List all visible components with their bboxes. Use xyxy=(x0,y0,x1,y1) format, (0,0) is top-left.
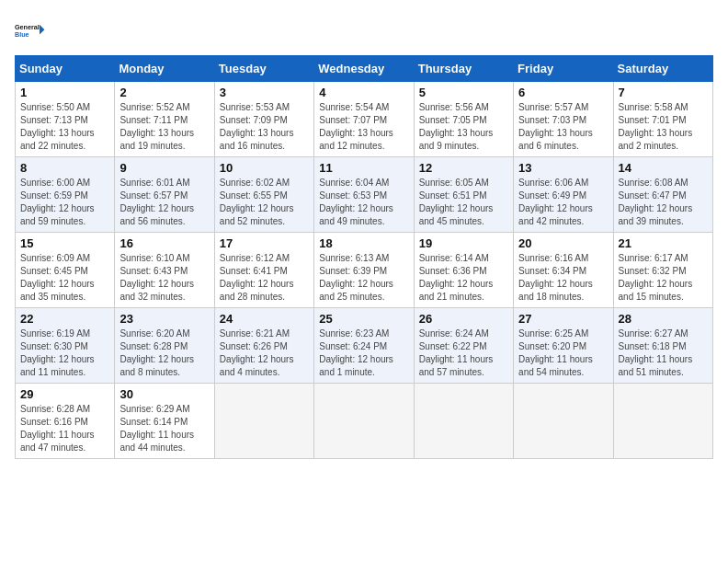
day-number: 20 xyxy=(518,236,608,250)
day-number: 8 xyxy=(20,161,109,175)
cell-info: Sunrise: 5:57 AM Sunset: 7:03 PM Dayligh… xyxy=(518,101,608,153)
cell-info: Sunrise: 6:28 AM Sunset: 6:16 PM Dayligh… xyxy=(20,403,109,454)
calendar-cell: 1Sunrise: 5:50 AM Sunset: 7:13 PM Daylig… xyxy=(16,82,115,157)
day-number: 26 xyxy=(419,312,508,326)
day-number: 6 xyxy=(518,86,608,99)
logo: GeneralBlue xyxy=(15,15,48,48)
day-number: 17 xyxy=(220,236,309,250)
day-number: 7 xyxy=(619,86,708,99)
calendar-week-row: 15Sunrise: 6:09 AM Sunset: 6:45 PM Dayli… xyxy=(16,233,713,308)
calendar-cell: 14Sunrise: 6:08 AM Sunset: 6:47 PM Dayli… xyxy=(613,157,712,233)
calendar-cell: 6Sunrise: 5:57 AM Sunset: 7:03 PM Daylig… xyxy=(514,82,613,157)
calendar-cell: 2Sunrise: 5:52 AM Sunset: 7:11 PM Daylig… xyxy=(115,82,214,157)
day-number: 1 xyxy=(20,86,109,99)
cell-info: Sunrise: 6:20 AM Sunset: 6:28 PM Dayligh… xyxy=(119,327,209,379)
cell-info: Sunrise: 6:05 AM Sunset: 6:51 PM Dayligh… xyxy=(419,177,508,228)
weekday-header: Monday xyxy=(115,56,214,82)
cell-info: Sunrise: 6:10 AM Sunset: 6:43 PM Dayligh… xyxy=(119,252,209,304)
cell-info: Sunrise: 6:14 AM Sunset: 6:36 PM Dayligh… xyxy=(419,252,508,304)
cell-info: Sunrise: 6:00 AM Sunset: 6:59 PM Dayligh… xyxy=(20,177,109,228)
logo-icon: GeneralBlue xyxy=(15,15,48,48)
weekday-header: Friday xyxy=(514,56,613,82)
cell-info: Sunrise: 6:04 AM Sunset: 6:53 PM Dayligh… xyxy=(319,177,408,228)
day-number: 13 xyxy=(518,161,608,175)
calendar-table: SundayMondayTuesdayWednesdayThursdayFrid… xyxy=(15,55,713,459)
cell-info: Sunrise: 5:52 AM Sunset: 7:11 PM Dayligh… xyxy=(119,101,209,153)
cell-info: Sunrise: 5:53 AM Sunset: 7:09 PM Dayligh… xyxy=(220,101,309,153)
day-number: 30 xyxy=(119,387,209,401)
calendar-cell: 30Sunrise: 6:29 AM Sunset: 6:14 PM Dayli… xyxy=(115,384,214,459)
cell-info: Sunrise: 6:23 AM Sunset: 6:24 PM Dayligh… xyxy=(319,327,408,379)
cell-info: Sunrise: 6:12 AM Sunset: 6:41 PM Dayligh… xyxy=(220,252,309,304)
calendar-cell: 9Sunrise: 6:01 AM Sunset: 6:57 PM Daylig… xyxy=(115,157,214,233)
cell-info: Sunrise: 6:21 AM Sunset: 6:26 PM Dayligh… xyxy=(220,327,309,379)
calendar-cell: 25Sunrise: 6:23 AM Sunset: 6:24 PM Dayli… xyxy=(314,308,414,384)
calendar-week-row: 22Sunrise: 6:19 AM Sunset: 6:30 PM Dayli… xyxy=(16,308,713,384)
day-number: 25 xyxy=(319,312,408,326)
calendar-cell xyxy=(214,384,313,459)
calendar-cell: 28Sunrise: 6:27 AM Sunset: 6:18 PM Dayli… xyxy=(613,308,712,384)
calendar-cell: 13Sunrise: 6:06 AM Sunset: 6:49 PM Dayli… xyxy=(514,157,613,233)
cell-info: Sunrise: 6:19 AM Sunset: 6:30 PM Dayligh… xyxy=(20,327,109,379)
day-number: 19 xyxy=(419,236,508,250)
day-number: 14 xyxy=(619,161,708,175)
calendar-week-row: 29Sunrise: 6:28 AM Sunset: 6:16 PM Dayli… xyxy=(16,384,713,459)
day-number: 5 xyxy=(419,86,508,99)
cell-info: Sunrise: 5:58 AM Sunset: 7:01 PM Dayligh… xyxy=(619,101,708,153)
day-number: 12 xyxy=(419,161,508,175)
day-number: 16 xyxy=(119,236,209,250)
cell-info: Sunrise: 5:54 AM Sunset: 7:07 PM Dayligh… xyxy=(319,101,408,153)
calendar-cell: 24Sunrise: 6:21 AM Sunset: 6:26 PM Dayli… xyxy=(214,308,313,384)
weekday-header: Tuesday xyxy=(214,56,313,82)
day-number: 21 xyxy=(619,236,708,250)
cell-info: Sunrise: 6:24 AM Sunset: 6:22 PM Dayligh… xyxy=(419,327,508,379)
cell-info: Sunrise: 6:16 AM Sunset: 6:34 PM Dayligh… xyxy=(518,252,608,304)
svg-text:General: General xyxy=(15,23,40,31)
page-header: GeneralBlue xyxy=(15,15,713,48)
day-number: 9 xyxy=(119,161,209,175)
calendar-cell: 26Sunrise: 6:24 AM Sunset: 6:22 PM Dayli… xyxy=(414,308,513,384)
calendar-cell: 19Sunrise: 6:14 AM Sunset: 6:36 PM Dayli… xyxy=(414,233,513,308)
calendar-cell xyxy=(414,384,513,459)
calendar-week-row: 1Sunrise: 5:50 AM Sunset: 7:13 PM Daylig… xyxy=(16,82,713,157)
calendar-cell: 27Sunrise: 6:25 AM Sunset: 6:20 PM Dayli… xyxy=(514,308,613,384)
day-number: 4 xyxy=(319,86,408,99)
svg-marker-2 xyxy=(40,25,44,35)
calendar-cell: 29Sunrise: 6:28 AM Sunset: 6:16 PM Dayli… xyxy=(16,384,115,459)
day-number: 23 xyxy=(119,312,209,326)
day-number: 10 xyxy=(220,161,309,175)
calendar-cell: 16Sunrise: 6:10 AM Sunset: 6:43 PM Dayli… xyxy=(115,233,214,308)
cell-info: Sunrise: 6:09 AM Sunset: 6:45 PM Dayligh… xyxy=(20,252,109,304)
calendar-header-row: SundayMondayTuesdayWednesdayThursdayFrid… xyxy=(16,56,713,82)
calendar-cell: 4Sunrise: 5:54 AM Sunset: 7:07 PM Daylig… xyxy=(314,82,414,157)
calendar-cell xyxy=(613,384,712,459)
calendar-cell: 11Sunrise: 6:04 AM Sunset: 6:53 PM Dayli… xyxy=(314,157,414,233)
weekday-header: Thursday xyxy=(414,56,513,82)
cell-info: Sunrise: 6:01 AM Sunset: 6:57 PM Dayligh… xyxy=(119,177,209,228)
calendar-cell xyxy=(314,384,414,459)
weekday-header: Sunday xyxy=(16,56,115,82)
cell-info: Sunrise: 5:56 AM Sunset: 7:05 PM Dayligh… xyxy=(419,101,508,153)
weekday-header: Saturday xyxy=(613,56,712,82)
day-number: 11 xyxy=(319,161,408,175)
svg-text:Blue: Blue xyxy=(15,30,29,39)
cell-info: Sunrise: 6:13 AM Sunset: 6:39 PM Dayligh… xyxy=(319,252,408,304)
calendar-cell: 17Sunrise: 6:12 AM Sunset: 6:41 PM Dayli… xyxy=(214,233,313,308)
day-number: 29 xyxy=(20,387,109,401)
calendar-cell: 15Sunrise: 6:09 AM Sunset: 6:45 PM Dayli… xyxy=(16,233,115,308)
day-number: 18 xyxy=(319,236,408,250)
cell-info: Sunrise: 6:08 AM Sunset: 6:47 PM Dayligh… xyxy=(619,177,708,228)
calendar-cell: 20Sunrise: 6:16 AM Sunset: 6:34 PM Dayli… xyxy=(514,233,613,308)
day-number: 27 xyxy=(518,312,608,326)
calendar-cell: 22Sunrise: 6:19 AM Sunset: 6:30 PM Dayli… xyxy=(16,308,115,384)
calendar-cell: 12Sunrise: 6:05 AM Sunset: 6:51 PM Dayli… xyxy=(414,157,513,233)
day-number: 24 xyxy=(220,312,309,326)
day-number: 22 xyxy=(20,312,109,326)
calendar-cell: 8Sunrise: 6:00 AM Sunset: 6:59 PM Daylig… xyxy=(16,157,115,233)
calendar-cell: 5Sunrise: 5:56 AM Sunset: 7:05 PM Daylig… xyxy=(414,82,513,157)
weekday-header: Wednesday xyxy=(314,56,414,82)
calendar-cell: 10Sunrise: 6:02 AM Sunset: 6:55 PM Dayli… xyxy=(214,157,313,233)
calendar-cell: 21Sunrise: 6:17 AM Sunset: 6:32 PM Dayli… xyxy=(613,233,712,308)
calendar-cell: 3Sunrise: 5:53 AM Sunset: 7:09 PM Daylig… xyxy=(214,82,313,157)
day-number: 28 xyxy=(619,312,708,326)
